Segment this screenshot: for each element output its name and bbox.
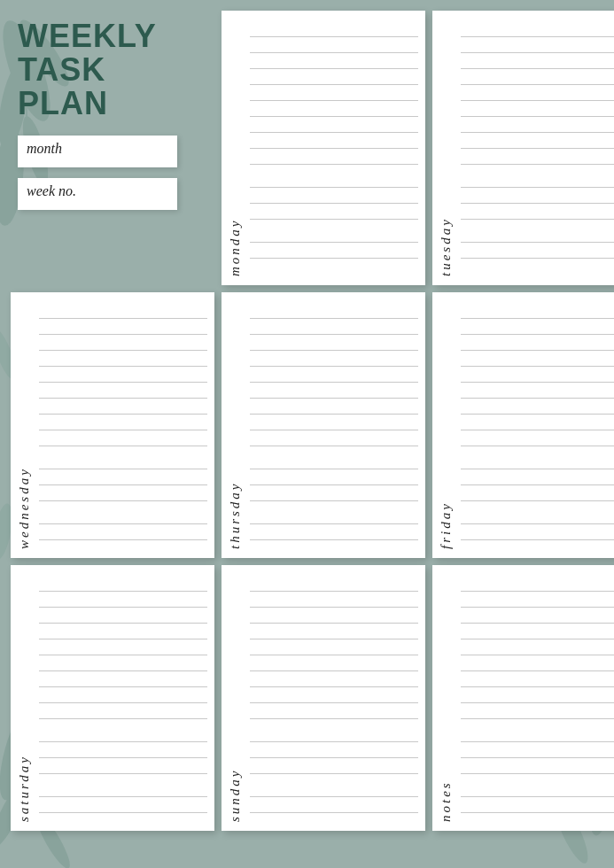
friday-card: friday [432,292,614,558]
notes-label: notes [439,574,455,824]
wednesday-label: wednesday [18,301,34,551]
month-field[interactable]: month [18,136,177,167]
monday-card: monday [222,11,425,285]
thursday-card: thursday [222,292,425,558]
tuesday-label: tuesday [439,19,455,278]
page-layout: WEEKLY TASK PLAN month week no. monday t… [0,0,614,868]
monday-label: monday [229,19,245,278]
saturday-label: saturday [18,574,34,824]
page-title: WEEKLY TASK PLAN [18,19,207,120]
sunday-label: sunday [229,574,245,824]
week-field[interactable]: week no. [18,178,177,210]
sunday-lines[interactable] [250,574,418,824]
thursday-label: thursday [229,301,245,551]
wednesday-lines[interactable] [39,301,207,551]
tuesday-lines[interactable] [461,19,614,278]
saturday-card: saturday [11,565,214,831]
friday-label: friday [439,301,455,551]
notes-card: notes [432,565,614,831]
sunday-card: sunday [222,565,425,831]
friday-lines[interactable] [461,301,614,551]
saturday-lines[interactable] [39,574,207,824]
monday-lines[interactable] [250,19,418,278]
wednesday-card: wednesday [11,292,214,558]
header-cell: WEEKLY TASK PLAN month week no. [11,11,214,285]
tuesday-card: tuesday [432,11,614,285]
notes-lines[interactable] [461,574,614,824]
thursday-lines[interactable] [250,301,418,551]
